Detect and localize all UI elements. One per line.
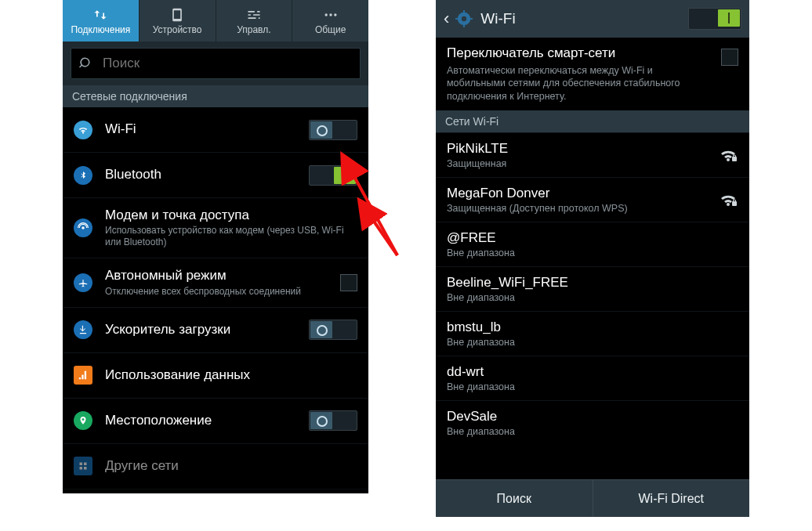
back-button[interactable]: ‹: [444, 9, 449, 29]
svg-rect-13: [470, 18, 473, 20]
row-wifi-title: Wi-Fi: [105, 121, 301, 137]
wifi-network-name: PikNikLTE: [447, 141, 718, 157]
row-download-booster[interactable]: Ускоритель загрузки: [63, 308, 368, 353]
search-box[interactable]: [71, 48, 361, 79]
tethering-icon: [74, 219, 92, 237]
more-networks-icon: [74, 457, 92, 475]
tab-manage[interactable]: Управл.: [216, 0, 293, 42]
row-tethering[interactable]: Модем и точка доступа Использовать устро…: [63, 198, 368, 258]
svg-rect-6: [80, 467, 83, 470]
tab-manage-label: Управл.: [237, 24, 270, 35]
row-data-usage[interactable]: Использование данных: [63, 353, 368, 399]
settings-gear-icon: [455, 10, 473, 27]
wifi-icon: [74, 121, 92, 139]
svg-rect-12: [455, 18, 459, 20]
svg-point-0: [324, 13, 327, 16]
search-icon: [79, 56, 93, 70]
wifi-network-status: Защищенная (Доступен протокол WPS): [447, 203, 718, 214]
row-location-title: Местоположение: [105, 413, 301, 428]
more-icon: [323, 7, 339, 23]
wifi-network-name: Beeline_WiFi_FREE: [447, 275, 738, 291]
wifi-network-status: Вне диапазона: [447, 292, 738, 303]
wifi-signal-icon: [718, 192, 738, 208]
wifi-network-item[interactable]: @FREE Вне диапазона: [436, 222, 749, 266]
row-airplane[interactable]: Автономный режим Отключение всех беспров…: [63, 258, 368, 307]
svg-rect-11: [463, 24, 465, 27]
svg-rect-5: [84, 463, 87, 466]
wifi-screen-title: Wi-Fi: [480, 10, 688, 27]
svg-rect-10: [463, 10, 465, 13]
download-booster-toggle[interactable]: [309, 320, 357, 340]
row-more-networks[interactable]: Другие сети: [63, 444, 368, 489]
row-tethering-sub: Использовать устройство как модем (через…: [105, 225, 357, 248]
smart-switch-checkbox[interactable]: [721, 49, 738, 66]
wifi-network-name: @FREE: [447, 230, 738, 246]
wifi-network-name: bmstu_lb: [447, 320, 738, 335]
wifi-master-toggle[interactable]: [688, 8, 741, 30]
tab-general[interactable]: Общие: [292, 0, 368, 42]
smart-switch-title: Переключатель смарт-сети: [447, 45, 713, 61]
wifi-toggle[interactable]: [309, 120, 357, 140]
airplane-checkbox[interactable]: [340, 274, 357, 291]
row-data-title: Использование данных: [105, 367, 357, 383]
wifi-network-status: Вне диапазона: [447, 337, 738, 348]
data-usage-icon: [74, 366, 92, 385]
wifi-network-status: Вне диапазона: [447, 426, 738, 437]
wifi-network-status: Вне диапазона: [447, 247, 738, 258]
tab-general-label: Общие: [315, 24, 346, 35]
wifi-network-status: Вне диапазона: [447, 381, 738, 392]
row-boost-title: Ускоритель загрузки: [105, 322, 301, 338]
svg-rect-7: [84, 467, 87, 470]
row-airplane-title: Автономный режим: [105, 268, 332, 284]
settings-tabs: Подключения Устройство Управл. Общие: [63, 0, 368, 42]
row-location[interactable]: Местоположение: [63, 399, 368, 444]
swap-icon: [92, 7, 108, 23]
tab-connections-label: Подключения: [71, 24, 130, 35]
wifi-network-item[interactable]: bmstu_lb Вне диапазона: [436, 311, 749, 356]
wifi-network-name: dd-wrt: [447, 364, 738, 380]
wifi-network-name: MegaFon Donver: [447, 186, 718, 201]
svg-point-1: [329, 13, 332, 16]
wifi-bottom-bar: Поиск Wi-Fi Direct: [436, 479, 749, 517]
svg-point-9: [462, 16, 466, 21]
tab-device-label: Устройство: [153, 24, 202, 35]
download-booster-icon: [74, 320, 92, 339]
location-toggle[interactable]: [309, 410, 357, 431]
wifi-direct-button[interactable]: Wi-Fi Direct: [593, 480, 750, 517]
wifi-network-name: DevSale: [447, 409, 738, 424]
tab-device[interactable]: Устройство: [140, 0, 216, 42]
wifi-scan-button[interactable]: Поиск: [436, 480, 593, 517]
wifi-network-item[interactable]: Beeline_WiFi_FREE Вне диапазона: [436, 266, 749, 311]
wifi-network-status: Защищенная: [447, 158, 718, 169]
device-icon: [169, 7, 185, 23]
wifi-network-item[interactable]: MegaFon Donver Защищенная (Доступен прот…: [436, 177, 749, 222]
row-bluetooth[interactable]: Bluetooth: [63, 153, 368, 198]
wifi-titlebar: ‹ Wi-Fi: [436, 0, 749, 38]
search-input[interactable]: [103, 56, 352, 71]
bluetooth-toggle[interactable]: [309, 165, 357, 186]
bluetooth-icon: [74, 166, 92, 185]
row-tethering-title: Модем и точка доступа: [105, 208, 357, 223]
wifi-network-item[interactable]: PikNikLTE Защищенная: [436, 132, 749, 177]
svg-rect-4: [80, 463, 83, 466]
svg-rect-15: [734, 155, 736, 157]
row-wifi[interactable]: Wi-Fi: [63, 107, 368, 153]
wifi-network-item[interactable]: dd-wrt Вне диапазона: [436, 356, 749, 400]
location-icon: [74, 411, 92, 430]
section-network: Сетевые подключения: [63, 85, 368, 107]
section-wifi-networks: Сети Wi-Fi: [436, 110, 749, 132]
tab-connections[interactable]: Подключения: [63, 0, 140, 42]
svg-point-2: [334, 13, 336, 16]
svg-point-3: [82, 226, 85, 229]
row-bluetooth-title: Bluetooth: [105, 167, 301, 182]
airplane-icon: [74, 273, 92, 292]
wifi-signal-icon: [718, 147, 738, 163]
smart-network-switch[interactable]: Переключатель смарт-сети Автоматически п…: [436, 38, 749, 110]
svg-rect-17: [734, 200, 736, 202]
smart-switch-desc: Автоматически переключаться между Wi-Fi …: [447, 64, 713, 103]
wifi-network-item[interactable]: DevSale Вне диапазона: [436, 400, 749, 445]
sliders-icon: [246, 7, 262, 23]
row-more-title: Другие сети: [105, 458, 357, 474]
row-airplane-sub: Отключение всех беспроводных соединений: [105, 286, 332, 298]
